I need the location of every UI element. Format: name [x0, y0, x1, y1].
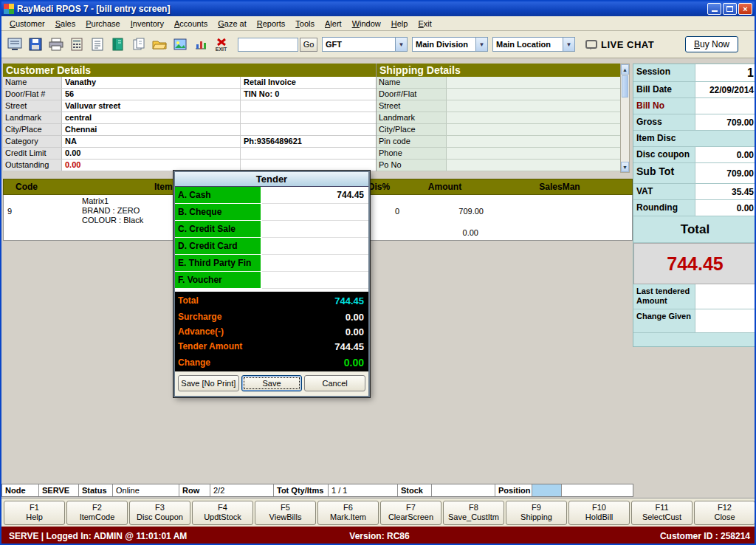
summary-rounding: Rounding 0.00	[633, 200, 756, 216]
documents-icon[interactable]	[128, 34, 148, 55]
menu-tools[interactable]: Tools	[290, 18, 320, 30]
node-label: Node	[2, 484, 39, 496]
go-button[interactable]: Go	[300, 38, 317, 52]
customer-details-panel: Customer Details Name Vanathy Retail Inv…	[3, 64, 377, 171]
scrollbar-track[interactable]	[621, 75, 629, 162]
tender-surcharge-row: Surcharge 0.00	[175, 309, 368, 324]
shipping-row-doorflat: Door#/Flat	[377, 89, 620, 100]
menu-exit[interactable]: Exit	[413, 18, 436, 30]
calculator-icon[interactable]	[66, 34, 86, 55]
tender-total-row: Total 744.45	[175, 292, 368, 309]
tender-change-row: Change 0.00	[175, 354, 368, 371]
image-icon[interactable]	[170, 34, 190, 55]
menu-accounts[interactable]: Accounts	[169, 18, 213, 30]
buy-now-button[interactable]: Buy Now	[685, 36, 738, 52]
tender-dialog: Tender A. Cash 744.45 B. Cheque C. Credi…	[173, 171, 370, 397]
shipping-row-landmark: Landmark	[377, 112, 620, 124]
customer-details-title: Customer Details	[3, 64, 376, 77]
login-status: SERVE | Logged In: ADMIN @ 11:01:01 AM	[9, 531, 256, 541]
ledger-icon[interactable]	[108, 34, 128, 55]
chevron-down-icon[interactable]: ▼	[395, 38, 407, 51]
menu-reports[interactable]: Reports	[252, 18, 291, 30]
live-chat-link[interactable]: LIVE CHAT	[585, 39, 654, 50]
chevron-down-icon[interactable]: ▼	[563, 38, 574, 51]
f12-close-button[interactable]: F12Close	[694, 501, 755, 525]
item-code: 9	[7, 207, 12, 216]
function-key-bar: F1Help F2ItemCode F3Disc Coupon F4UpdtSt…	[1, 498, 756, 527]
f7-clearscreen-button[interactable]: F7ClearScreen	[380, 501, 441, 525]
shipping-row-phone: Phone	[377, 148, 620, 160]
item-amount: 709.00	[399, 207, 484, 216]
position-value	[532, 484, 562, 496]
col-amount: Amount	[402, 182, 487, 192]
location-select[interactable]: Main Location ▼	[492, 37, 575, 52]
bottom-status-bar: SERVE | Logged In: ADMIN @ 11:01:01 AM V…	[1, 527, 756, 545]
cancel-button[interactable]: Cancel	[304, 375, 365, 391]
shipping-details-title: Shipping Details	[377, 64, 620, 77]
minimize-button[interactable]	[707, 3, 721, 15]
customer-row-landmark: Landmark central	[3, 112, 376, 124]
item-list-icon[interactable]	[87, 34, 107, 55]
tender-row-voucher: F. Voucher	[175, 272, 368, 289]
save-bill-icon[interactable]	[25, 34, 45, 55]
position-label: Position	[495, 484, 532, 496]
f5-viewbills-button[interactable]: F5ViewBills	[255, 501, 316, 525]
save-button[interactable]: Save	[241, 375, 303, 391]
chat-bubble-icon	[585, 40, 597, 49]
division-select[interactable]: Main Division ▼	[412, 37, 488, 52]
menu-window[interactable]: Window	[347, 18, 386, 30]
customer-row-cityplace: City/Place Chennai	[3, 124, 376, 136]
f6-mark-item-button[interactable]: F6Mark.Item	[317, 501, 379, 525]
summary-total-value: 744.45	[633, 243, 756, 284]
shipping-row-name: Name	[377, 77, 620, 89]
customer-row-outstanding: Outstanding 0.00	[3, 160, 376, 171]
tender-dialog-title: Tender	[175, 172, 368, 187]
summary-session: Session 1	[633, 64, 756, 82]
customer-row-street: Street Valluvar street	[3, 100, 376, 112]
shipping-scrollbar[interactable]: ▲ ▼	[620, 64, 630, 173]
summary-bill-no: Bill No	[633, 98, 756, 114]
chart-icon[interactable]	[190, 34, 210, 55]
chevron-down-icon[interactable]: ▼	[475, 38, 487, 51]
menu-inventory[interactable]: Inventory	[126, 18, 169, 30]
f4-updtstock-button[interactable]: F4UpdtStock	[192, 501, 253, 525]
scrollbar-thumb[interactable]	[622, 75, 628, 97]
row-value: 2/2	[210, 484, 274, 496]
f11-selectcust-button[interactable]: F11SelectCust	[631, 501, 693, 525]
summary-bill-date: Bill Date 22/09/2014	[633, 82, 756, 98]
f1-help-button[interactable]: F1Help	[4, 501, 65, 525]
maximize-button[interactable]	[723, 3, 737, 15]
menu-sales[interactable]: Sales	[50, 18, 81, 30]
tender-amount-row: Tender Amount 744.45	[175, 339, 368, 354]
menu-help[interactable]: Help	[386, 18, 413, 30]
save-no-print-button[interactable]: Save [No Print]	[178, 375, 239, 391]
bill-entry-icon[interactable]	[4, 34, 24, 55]
summary-item-disc: Item Disc	[633, 131, 756, 147]
print-icon[interactable]	[46, 34, 66, 55]
menu-purchase[interactable]: Purchase	[80, 18, 125, 30]
f10-holdbill-button[interactable]: F10HoldBill	[568, 501, 630, 525]
scroll-down-icon[interactable]: ▼	[621, 162, 629, 172]
quick-search-input[interactable]	[238, 38, 298, 52]
tender-dialog-buttons: Save [No Print] Save Cancel	[175, 371, 368, 396]
summary-total-label: Total	[633, 216, 756, 243]
company-select[interactable]: GFT ▼	[322, 37, 408, 52]
f8-save-custitm-button[interactable]: F8Save_CustItm	[443, 501, 504, 525]
close-button[interactable]: ×	[738, 3, 752, 15]
summary-gross: Gross 709.00	[633, 114, 756, 131]
exit-icon[interactable]: EXIT	[211, 34, 231, 55]
menu-alert[interactable]: Alert	[320, 18, 347, 30]
open-folder-icon[interactable]	[149, 34, 169, 55]
menu-bar: Customer Sales Purchase Inventory Accoun…	[1, 16, 755, 31]
shipping-details-panel: Shipping Details Name Door#/Flat Street …	[377, 64, 620, 171]
menu-customer[interactable]: Customer	[4, 18, 50, 30]
f9-shipping-button[interactable]: F9Shipping	[506, 501, 567, 525]
f3-disc-coupon-button[interactable]: F3Disc Coupon	[129, 501, 190, 525]
tender-row-third-party-fin: E. Third Party Fin	[175, 255, 368, 272]
item-subtotal-amount: 0.00	[394, 228, 478, 237]
scroll-up-icon[interactable]: ▲	[621, 64, 629, 75]
customer-id: Customer ID : 258214	[503, 531, 750, 541]
f2-itemcode-button[interactable]: F2ItemCode	[66, 501, 128, 525]
menu-gaze-at[interactable]: Gaze at	[213, 18, 252, 30]
summary-change-given: Change Given	[633, 309, 756, 333]
